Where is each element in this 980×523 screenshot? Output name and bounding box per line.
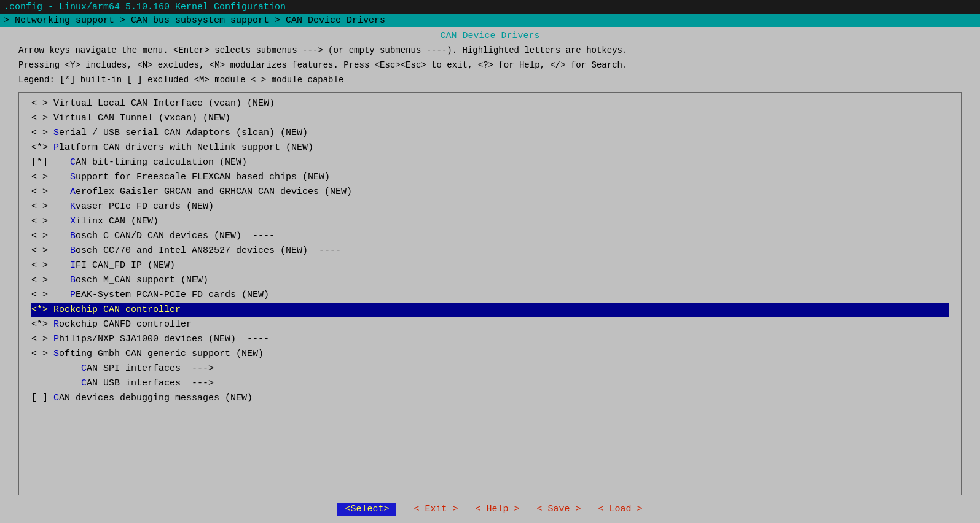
breadcrumb-bar: > Networking support > CAN bus subsystem… (0, 14, 980, 27)
instruction-line-1: Arrow keys navigate the menu. <Enter> se… (18, 44, 962, 58)
menu-item-15[interactable]: <*> Rockchip CANFD controller (19, 317, 961, 332)
menu-item-17[interactable]: < > Softing Gmbh CAN generic support (NE… (19, 347, 961, 362)
menu-item-7[interactable]: < > Kvaser PCIe FD cards (NEW) (19, 200, 961, 214)
menu-lines: < > Virtual Local CAN Interface (vcan) (… (19, 96, 961, 406)
title-bar: .config - Linux/arm64 5.10.160 Kernel Co… (0, 0, 980, 14)
menu-item-20[interactable]: [ ] CAN devices debugging messages (NEW) (19, 391, 961, 406)
menu-item-19[interactable]: CAN USB interfaces ---> (19, 376, 961, 391)
menu-item-10[interactable]: < > Bosch CC770 and Intel AN82527 device… (19, 244, 961, 258)
terminal-window: .config - Linux/arm64 5.10.160 Kernel Co… (0, 0, 980, 523)
menu-item-3[interactable]: <*> Platform CAN drivers with Netlink su… (19, 141, 961, 155)
exit-button[interactable]: < Exit > (414, 504, 458, 514)
menu-item-12[interactable]: < > Bosch M_CAN support (NEW) (19, 273, 961, 288)
menu-item-11[interactable]: < > IFI CAN_FD IP (NEW) (19, 258, 961, 273)
menu-item-0[interactable]: < > Virtual Local CAN Interface (vcan) (… (19, 96, 961, 111)
select-button[interactable]: <Select> (337, 503, 396, 516)
instruction-line-3: Legend: [*] built-in [ ] excluded <M> mo… (18, 73, 962, 88)
breadcrumb: > Networking support > CAN bus subsystem… (4, 15, 385, 26)
menu-item-14[interactable]: <*> Rockchip CAN controller (19, 303, 961, 317)
window-title: .config - Linux/arm64 5.10.160 Kernel Co… (4, 2, 286, 12)
instructions: Arrow keys navigate the menu. <Enter> se… (0, 42, 980, 88)
breadcrumb-text: > Networking support > CAN bus subsystem… (4, 15, 385, 26)
menu-item-18[interactable]: CAN SPI interfaces ---> (19, 362, 961, 376)
load-button[interactable]: < Load > (598, 504, 643, 514)
menu-item-16[interactable]: < > Philips/NXP SJA1000 devices (NEW) --… (19, 332, 961, 347)
menu-item-5[interactable]: < > Support for Freescale FLEXCAN based … (19, 170, 961, 185)
menu-item-9[interactable]: < > Bosch C_CAN/D_CAN devices (NEW) ---- (19, 229, 961, 244)
menu-item-8[interactable]: < > Xilinx CAN (NEW) (19, 214, 961, 229)
menu-item-13[interactable]: < > PEAK-System PCAN-PCIe FD cards (NEW) (19, 288, 961, 303)
menu-item-2[interactable]: < > Serial / USB serial CAN Adaptors (sl… (19, 126, 961, 141)
save-button[interactable]: < Save > (537, 504, 581, 514)
menu-box: < > Virtual Local CAN Interface (vcan) (… (18, 92, 962, 495)
content-area: CAN Device Drivers Arrow keys navigate t… (0, 27, 980, 523)
menu-item-6[interactable]: < > Aeroflex Gaisler GRCAN and GRHCAN CA… (19, 185, 961, 200)
help-button[interactable]: < Help > (475, 504, 519, 514)
menu-item-1[interactable]: < > Virtual CAN Tunnel (vxcan) (NEW) (19, 111, 961, 126)
page-title: CAN Device Drivers (0, 27, 980, 42)
press-word: Press (343, 60, 369, 70)
instruction-line-2: Pressing <Y> includes, <N> excludes, <M>… (18, 58, 962, 73)
menu-item-4[interactable]: [*] CAN bit-timing calculation (NEW) (19, 155, 961, 170)
bottom-buttons: <Select> < Exit > < Help > < Save > < Lo… (0, 498, 980, 523)
